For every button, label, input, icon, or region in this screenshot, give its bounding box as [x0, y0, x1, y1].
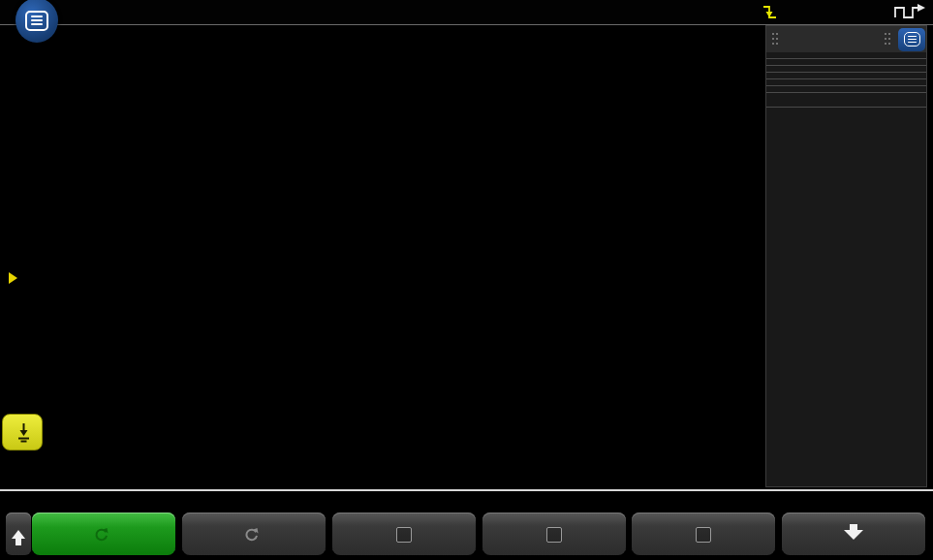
- trigger-level-arrow-icon: [9, 272, 17, 284]
- bw-limit-checkbox[interactable]: [396, 527, 412, 543]
- menu-back-button[interactable]: [6, 513, 31, 555]
- main-menu-button[interactable]: [16, 0, 58, 43]
- meas-panel-header[interactable]: [766, 26, 926, 52]
- meas-item[interactable]: [766, 59, 926, 66]
- meas-item[interactable]: [766, 73, 926, 79]
- oscilloscope-screen: [0, 0, 933, 560]
- softkey-bw-limit[interactable]: [332, 513, 476, 555]
- meas-item[interactable]: [766, 79, 926, 86]
- drag-handle-icon[interactable]: [885, 33, 892, 46]
- invert-checkbox[interactable]: [696, 527, 711, 543]
- softkey-menu-bar: [0, 489, 933, 560]
- down-arrow-icon: [844, 530, 863, 540]
- menu-icon: [25, 11, 48, 31]
- meas-item[interactable]: [766, 52, 926, 59]
- knob-rotate-icon: [244, 527, 259, 542]
- softkey-impedance[interactable]: [182, 513, 326, 555]
- drag-handle-icon[interactable]: [772, 33, 780, 46]
- add-measurement-button[interactable]: [766, 93, 926, 108]
- trigger-level-marker[interactable]: [5, 270, 18, 284]
- knob-rotate-icon: [94, 527, 109, 542]
- ch1-ground-marker[interactable]: [2, 414, 43, 451]
- fine-checkbox[interactable]: [546, 527, 562, 543]
- softkey-invert[interactable]: [632, 513, 775, 555]
- meas-panel: [765, 25, 927, 487]
- menu-icon: [904, 32, 920, 47]
- up-arrow-icon: [12, 530, 25, 539]
- softkey-probe[interactable]: [782, 513, 925, 555]
- meas-item[interactable]: [766, 66, 926, 73]
- softkey-coupling[interactable]: [32, 513, 175, 555]
- meas-menu-button[interactable]: [898, 28, 925, 51]
- meas-item[interactable]: [766, 86, 926, 93]
- ground-symbol-icon: [16, 421, 31, 443]
- softkey-fine[interactable]: [482, 513, 626, 555]
